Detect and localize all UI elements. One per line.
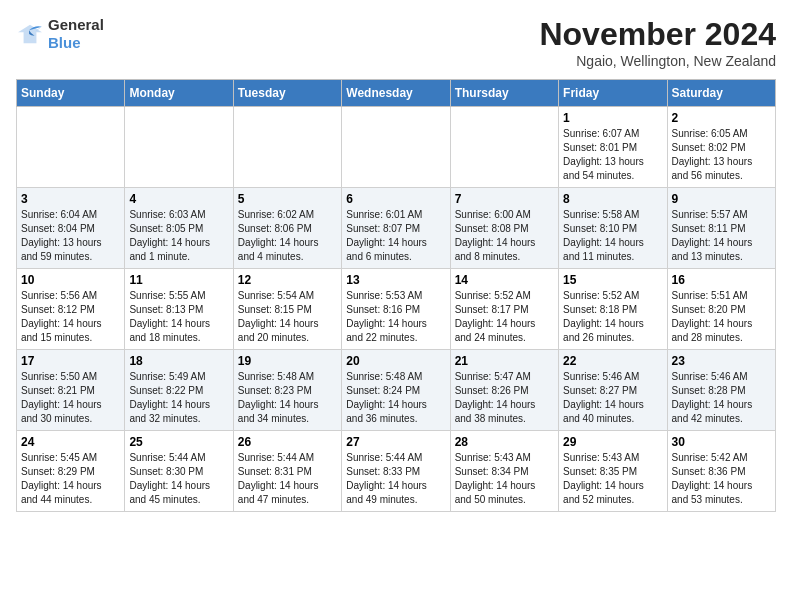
calendar-cell: 4Sunrise: 6:03 AMSunset: 8:05 PMDaylight… [125, 188, 233, 269]
day-info: Sunrise: 5:52 AMSunset: 8:18 PMDaylight:… [563, 289, 662, 345]
day-info: Sunrise: 5:44 AMSunset: 8:33 PMDaylight:… [346, 451, 445, 507]
calendar-cell [125, 107, 233, 188]
day-header-saturday: Saturday [667, 80, 775, 107]
calendar-cell: 10Sunrise: 5:56 AMSunset: 8:12 PMDayligh… [17, 269, 125, 350]
day-number: 12 [238, 273, 337, 287]
day-number: 7 [455, 192, 554, 206]
day-number: 9 [672, 192, 771, 206]
calendar-cell: 12Sunrise: 5:54 AMSunset: 8:15 PMDayligh… [233, 269, 341, 350]
logo-general: General [48, 16, 104, 33]
day-number: 19 [238, 354, 337, 368]
day-info: Sunrise: 5:46 AMSunset: 8:28 PMDaylight:… [672, 370, 771, 426]
calendar-cell: 30Sunrise: 5:42 AMSunset: 8:36 PMDayligh… [667, 431, 775, 512]
calendar-cell: 5Sunrise: 6:02 AMSunset: 8:06 PMDaylight… [233, 188, 341, 269]
week-row-4: 17Sunrise: 5:50 AMSunset: 8:21 PMDayligh… [17, 350, 776, 431]
calendar-cell [17, 107, 125, 188]
logo-icon [16, 23, 44, 45]
title-block: November 2024 Ngaio, Wellington, New Zea… [539, 16, 776, 69]
day-info: Sunrise: 6:03 AMSunset: 8:05 PMDaylight:… [129, 208, 228, 264]
location: Ngaio, Wellington, New Zealand [539, 53, 776, 69]
day-info: Sunrise: 5:52 AMSunset: 8:17 PMDaylight:… [455, 289, 554, 345]
day-number: 11 [129, 273, 228, 287]
day-info: Sunrise: 5:42 AMSunset: 8:36 PMDaylight:… [672, 451, 771, 507]
day-number: 23 [672, 354, 771, 368]
day-info: Sunrise: 5:43 AMSunset: 8:35 PMDaylight:… [563, 451, 662, 507]
day-number: 24 [21, 435, 120, 449]
day-info: Sunrise: 5:43 AMSunset: 8:34 PMDaylight:… [455, 451, 554, 507]
day-number: 17 [21, 354, 120, 368]
calendar-cell: 20Sunrise: 5:48 AMSunset: 8:24 PMDayligh… [342, 350, 450, 431]
logo-text: General Blue [48, 16, 104, 52]
calendar-cell: 18Sunrise: 5:49 AMSunset: 8:22 PMDayligh… [125, 350, 233, 431]
day-number: 28 [455, 435, 554, 449]
day-number: 10 [21, 273, 120, 287]
day-info: Sunrise: 5:49 AMSunset: 8:22 PMDaylight:… [129, 370, 228, 426]
day-info: Sunrise: 5:54 AMSunset: 8:15 PMDaylight:… [238, 289, 337, 345]
day-number: 21 [455, 354, 554, 368]
day-number: 15 [563, 273, 662, 287]
calendar-cell: 16Sunrise: 5:51 AMSunset: 8:20 PMDayligh… [667, 269, 775, 350]
day-header-monday: Monday [125, 80, 233, 107]
day-number: 5 [238, 192, 337, 206]
day-info: Sunrise: 5:48 AMSunset: 8:24 PMDaylight:… [346, 370, 445, 426]
day-number: 3 [21, 192, 120, 206]
calendar-cell: 14Sunrise: 5:52 AMSunset: 8:17 PMDayligh… [450, 269, 558, 350]
day-info: Sunrise: 5:57 AMSunset: 8:11 PMDaylight:… [672, 208, 771, 264]
day-number: 14 [455, 273, 554, 287]
day-number: 13 [346, 273, 445, 287]
calendar-cell: 9Sunrise: 5:57 AMSunset: 8:11 PMDaylight… [667, 188, 775, 269]
calendar-cell: 19Sunrise: 5:48 AMSunset: 8:23 PMDayligh… [233, 350, 341, 431]
day-number: 2 [672, 111, 771, 125]
day-info: Sunrise: 5:44 AMSunset: 8:30 PMDaylight:… [129, 451, 228, 507]
day-info: Sunrise: 5:45 AMSunset: 8:29 PMDaylight:… [21, 451, 120, 507]
day-number: 8 [563, 192, 662, 206]
day-info: Sunrise: 6:07 AMSunset: 8:01 PMDaylight:… [563, 127, 662, 183]
day-info: Sunrise: 5:53 AMSunset: 8:16 PMDaylight:… [346, 289, 445, 345]
calendar-cell: 21Sunrise: 5:47 AMSunset: 8:26 PMDayligh… [450, 350, 558, 431]
day-number: 20 [346, 354, 445, 368]
day-info: Sunrise: 5:44 AMSunset: 8:31 PMDaylight:… [238, 451, 337, 507]
day-info: Sunrise: 6:01 AMSunset: 8:07 PMDaylight:… [346, 208, 445, 264]
month-title: November 2024 [539, 16, 776, 53]
day-info: Sunrise: 5:46 AMSunset: 8:27 PMDaylight:… [563, 370, 662, 426]
calendar-cell: 15Sunrise: 5:52 AMSunset: 8:18 PMDayligh… [559, 269, 667, 350]
day-header-tuesday: Tuesday [233, 80, 341, 107]
day-header-sunday: Sunday [17, 80, 125, 107]
calendar-table: SundayMondayTuesdayWednesdayThursdayFrid… [16, 79, 776, 512]
calendar-cell: 27Sunrise: 5:44 AMSunset: 8:33 PMDayligh… [342, 431, 450, 512]
day-number: 27 [346, 435, 445, 449]
calendar-cell: 24Sunrise: 5:45 AMSunset: 8:29 PMDayligh… [17, 431, 125, 512]
day-info: Sunrise: 5:58 AMSunset: 8:10 PMDaylight:… [563, 208, 662, 264]
page-header: General Blue November 2024 Ngaio, Wellin… [16, 16, 776, 69]
calendar-cell [233, 107, 341, 188]
calendar-cell: 23Sunrise: 5:46 AMSunset: 8:28 PMDayligh… [667, 350, 775, 431]
week-row-3: 10Sunrise: 5:56 AMSunset: 8:12 PMDayligh… [17, 269, 776, 350]
calendar-cell: 28Sunrise: 5:43 AMSunset: 8:34 PMDayligh… [450, 431, 558, 512]
day-number: 1 [563, 111, 662, 125]
day-number: 26 [238, 435, 337, 449]
day-info: Sunrise: 6:00 AMSunset: 8:08 PMDaylight:… [455, 208, 554, 264]
day-number: 25 [129, 435, 228, 449]
calendar-cell: 3Sunrise: 6:04 AMSunset: 8:04 PMDaylight… [17, 188, 125, 269]
week-row-1: 1Sunrise: 6:07 AMSunset: 8:01 PMDaylight… [17, 107, 776, 188]
calendar-cell: 26Sunrise: 5:44 AMSunset: 8:31 PMDayligh… [233, 431, 341, 512]
day-info: Sunrise: 5:50 AMSunset: 8:21 PMDaylight:… [21, 370, 120, 426]
week-row-2: 3Sunrise: 6:04 AMSunset: 8:04 PMDaylight… [17, 188, 776, 269]
day-info: Sunrise: 5:51 AMSunset: 8:20 PMDaylight:… [672, 289, 771, 345]
calendar-cell: 8Sunrise: 5:58 AMSunset: 8:10 PMDaylight… [559, 188, 667, 269]
days-header-row: SundayMondayTuesdayWednesdayThursdayFrid… [17, 80, 776, 107]
day-info: Sunrise: 5:55 AMSunset: 8:13 PMDaylight:… [129, 289, 228, 345]
calendar-cell: 7Sunrise: 6:00 AMSunset: 8:08 PMDaylight… [450, 188, 558, 269]
calendar-cell: 2Sunrise: 6:05 AMSunset: 8:02 PMDaylight… [667, 107, 775, 188]
calendar-cell [450, 107, 558, 188]
day-number: 16 [672, 273, 771, 287]
day-number: 29 [563, 435, 662, 449]
day-info: Sunrise: 5:48 AMSunset: 8:23 PMDaylight:… [238, 370, 337, 426]
day-number: 4 [129, 192, 228, 206]
day-number: 22 [563, 354, 662, 368]
calendar-cell: 1Sunrise: 6:07 AMSunset: 8:01 PMDaylight… [559, 107, 667, 188]
calendar-cell: 22Sunrise: 5:46 AMSunset: 8:27 PMDayligh… [559, 350, 667, 431]
day-number: 6 [346, 192, 445, 206]
logo: General Blue [16, 16, 104, 52]
calendar-cell: 25Sunrise: 5:44 AMSunset: 8:30 PMDayligh… [125, 431, 233, 512]
